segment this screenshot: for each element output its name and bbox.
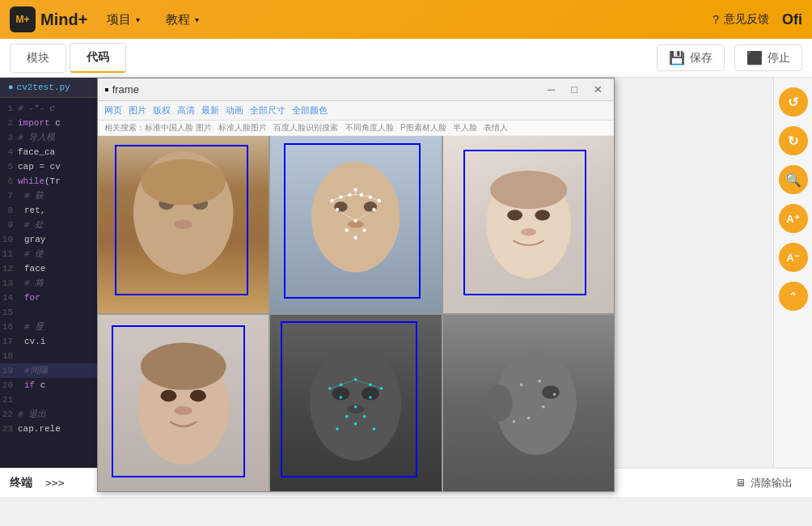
ofi-button[interactable]: Ofi: [782, 11, 802, 28]
bd-link-hd[interactable]: 高清: [177, 104, 195, 117]
svg-point-55: [542, 385, 560, 398]
minimize-button[interactable]: ─: [543, 82, 560, 97]
clear-output-button[interactable]: 🖥 清除输出: [725, 473, 802, 494]
save-button[interactable]: 💾 保存: [657, 45, 725, 71]
menu-project-label: 项目: [107, 12, 131, 28]
svg-point-60: [527, 416, 530, 419]
menu-project-arrow: ▾: [136, 15, 140, 24]
save-icon: 💾: [669, 50, 685, 66]
font-increase-button[interactable]: A⁺: [779, 204, 808, 233]
logo-icon: M+: [10, 6, 36, 32]
face-cell-4: [98, 315, 269, 492]
toolbar: 模块 代码 💾 保存 ⬛ 停止: [0, 39, 812, 78]
clear-output-label: 清除输出: [751, 476, 793, 490]
top-button[interactable]: ⌃: [779, 282, 808, 311]
bd-link-color[interactable]: 全部颜色: [292, 104, 328, 117]
logo-area: M+ Mind+: [10, 6, 87, 32]
redo-button[interactable]: ↻: [779, 126, 808, 155]
face-detection-box-2: [284, 143, 421, 299]
file-icon: ●: [8, 83, 14, 92]
right-sidebar: ↺ ↻ 🔍 A⁺ A⁻ ⌃: [773, 78, 812, 497]
face-cell-3: [443, 136, 614, 313]
ofi-label: Ofi: [782, 11, 802, 28]
face-detection-box-5: [281, 321, 417, 477]
topbar-right: ? 意见反馈 Ofi: [713, 11, 802, 28]
svg-point-54: [486, 384, 513, 422]
logo-icon-inner: M+: [15, 14, 29, 25]
topbar: M+ Mind+ 项目 ▾ 教程 ▾ ? 意见反馈 Ofi: [0, 0, 812, 39]
stop-icon: ⬛: [746, 50, 763, 66]
bd-link-webpage[interactable]: 网页: [104, 104, 122, 117]
menu-tutorial-arrow: ▾: [195, 15, 199, 24]
bd-link-latest[interactable]: 最新: [201, 104, 219, 117]
face-cell-6: [443, 315, 614, 492]
frame-titlebar: ▪ frame ─ □ ✕: [98, 78, 614, 101]
frame-title: frame: [112, 83, 536, 95]
face-detection-box-1: [115, 145, 248, 295]
baidu-search-bar: 网页 图片 版权 高清 最新 动画 全部尺寸 全部颜色: [98, 101, 614, 121]
frame-content: [98, 136, 614, 491]
svg-point-59: [542, 405, 545, 408]
save-label: 保存: [690, 51, 713, 66]
font-decrease-button[interactable]: A⁻: [779, 243, 808, 272]
menu-tutorial-label: 教程: [166, 12, 190, 28]
logo-text: Mind+: [40, 11, 87, 29]
face-collage: [98, 136, 614, 491]
toolbar-right: 💾 保存 ⬛ 停止: [657, 45, 802, 71]
face-cell-2: [270, 136, 441, 313]
tab-code[interactable]: 代码: [70, 43, 126, 73]
frame-window: ▪ frame ─ □ ✕ 网页 图片 版权 高清 最新 动画 全部尺寸 全部颜…: [97, 78, 615, 492]
svg-point-56: [519, 383, 522, 386]
zoom-button[interactable]: 🔍: [779, 165, 808, 194]
svg-point-61: [512, 420, 515, 423]
face-cell-5: [270, 315, 441, 492]
svg-point-58: [552, 392, 556, 396]
bd-link-image[interactable]: 图片: [129, 104, 146, 117]
feedback-button[interactable]: ? 意见反馈: [713, 12, 769, 27]
bd-link-copyright[interactable]: 版权: [153, 104, 171, 117]
search-tags: 相关搜索：标准中国人脸 图片 标准人脸图片 百度人脸识别搜索 不同角度人脸 P图…: [98, 121, 614, 136]
feedback-label: 意见反馈: [724, 12, 769, 27]
face-svg-6: [443, 315, 614, 492]
face-detection-box-4: [112, 325, 245, 477]
feedback-icon: ?: [713, 13, 719, 26]
menu-project[interactable]: 项目 ▾: [100, 9, 146, 31]
face-detection-box-3: [463, 150, 586, 295]
terminal-label: 终端: [10, 476, 32, 490]
clear-output-icon: 🖥: [735, 477, 746, 489]
svg-point-57: [538, 380, 541, 383]
file-name: cv2test.py: [17, 83, 70, 92]
main-area: ● cv2test.py 1# -*- c 2import c 3# 导入模 4…: [0, 78, 812, 497]
frame-window-icon: ▪: [104, 83, 109, 97]
stop-button[interactable]: ⬛ 停止: [734, 45, 802, 71]
close-button[interactable]: ✕: [589, 82, 607, 97]
bd-link-animation[interactable]: 动画: [226, 104, 243, 117]
tab-blocks[interactable]: 模块: [10, 44, 66, 73]
stop-label: 停止: [768, 51, 790, 66]
terminal-prompt: >>>: [45, 477, 64, 489]
menu-tutorial[interactable]: 教程 ▾: [159, 9, 205, 31]
bd-link-size[interactable]: 全部尺寸: [250, 104, 285, 117]
maximize-button[interactable]: □: [566, 82, 582, 97]
face-cell-1: [98, 136, 269, 313]
undo-button[interactable]: ↺: [779, 87, 808, 117]
